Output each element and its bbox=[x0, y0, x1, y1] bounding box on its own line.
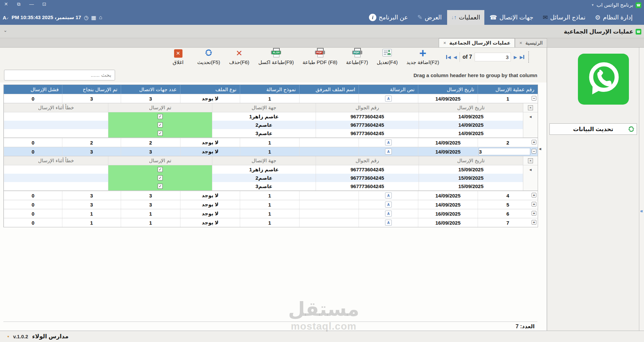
message-text-cell[interactable]: A bbox=[359, 209, 418, 218]
checkbox-checked-icon[interactable]: ✓ bbox=[158, 114, 163, 119]
detail-column-header[interactable]: جهة الإتصال bbox=[212, 103, 316, 112]
detail-row[interactable]: 15/09/2025967773604245عاصم2✓ bbox=[4, 174, 538, 182]
detail-column-header[interactable]: رقم الجوال bbox=[316, 156, 419, 165]
detail-column-header[interactable]: تم الإرسال bbox=[108, 103, 212, 112]
menu-item-عن البرنامج[interactable]: عن البرنامجi bbox=[365, 10, 412, 25]
toolbar-button-طباعة اكسل(F9)[interactable]: XLSXطباعة اكسل(F9) bbox=[258, 48, 294, 65]
table-row[interactable]: 7+16/09/2025A1لا يوجد110 bbox=[4, 218, 538, 227]
row-expand-button[interactable]: + bbox=[532, 140, 536, 145]
detail-close-icon[interactable]: ✕ bbox=[528, 105, 533, 110]
table-row[interactable]: 4+14/09/2025A1لا يوجد330 bbox=[4, 191, 538, 200]
table-row[interactable]: 3−14/09/2025A1لا يوجد330 bbox=[4, 147, 538, 156]
send-operation-id-cell[interactable]: 1− bbox=[478, 94, 538, 103]
toolbar-button-اضافة جديد(F2)[interactable]: +اضافة جديد(F2) bbox=[407, 48, 439, 65]
collapsed-panel-strip[interactable] bbox=[639, 48, 644, 331]
send-operation-id-cell[interactable]: 6+ bbox=[478, 209, 538, 218]
chevron-down-icon[interactable]: ⌄ bbox=[3, 27, 7, 33]
detail-column-header[interactable]: تاريخ الإرسال bbox=[419, 156, 523, 165]
column-header[interactable]: تاريخ الإرسال bbox=[418, 85, 478, 94]
row-expand-button[interactable]: + bbox=[532, 211, 536, 216]
menu-item-جهات الإتصال[interactable]: جهات الإتصال☎ bbox=[486, 10, 538, 25]
detail-column-header[interactable]: تاريخ الإرسال bbox=[419, 103, 523, 112]
menu-item-العمليات[interactable]: العمليات↑↓ bbox=[447, 10, 484, 25]
detail-column-header[interactable]: تم الإرسال bbox=[108, 156, 212, 165]
table-row[interactable]: 5+14/09/2025A1لا يوجد330 bbox=[4, 200, 538, 209]
row-id-editor[interactable]: 3 bbox=[479, 148, 530, 155]
column-header[interactable]: اسم الملف المرفق bbox=[299, 85, 359, 94]
checkbox-checked-icon[interactable]: ✓ bbox=[158, 175, 163, 180]
checkbox-checked-icon[interactable]: ✓ bbox=[158, 122, 163, 127]
toolbar-button-حذف(F6)[interactable]: ✕حذف(F6) bbox=[229, 48, 250, 65]
detail-row[interactable]: ◄14/09/2025967773604245عاصم زاهر1✓ bbox=[4, 112, 538, 121]
record-position-input[interactable] bbox=[475, 53, 511, 61]
detail-row[interactable]: 14/09/2025967773604245عاصم2✓ bbox=[4, 121, 538, 129]
home-icon[interactable]: ⌂ bbox=[99, 14, 102, 20]
checkbox-checked-icon[interactable]: ✓ bbox=[158, 184, 163, 189]
toolbar-button-طباعة(F7)[interactable]: PDFطباعة(F7) bbox=[346, 48, 368, 65]
detail-column-header[interactable]: خطأ أثناء الإرسال bbox=[4, 103, 108, 112]
toolbar-button-تحديث(F5)[interactable]: تحديث(F5) bbox=[197, 48, 220, 65]
send-operation-id-cell[interactable]: 7+ bbox=[478, 218, 538, 227]
tab-الرئيسية[interactable]: الرئيسية✕ bbox=[515, 38, 547, 47]
tab-close-icon[interactable]: ✕ bbox=[519, 41, 522, 45]
message-text-cell[interactable]: A bbox=[359, 200, 418, 209]
search-input[interactable] bbox=[4, 70, 115, 80]
last-record-button[interactable]: ▶ bbox=[520, 55, 524, 60]
message-text-cell[interactable]: A bbox=[359, 147, 418, 156]
next-record-button[interactable]: ▶ bbox=[514, 55, 517, 60]
row-expand-button[interactable]: − bbox=[532, 96, 536, 101]
chevron-down-icon[interactable]: ▾ bbox=[7, 335, 9, 338]
detail-row[interactable]: 14/09/2025967773604245عاصم3✓ bbox=[4, 129, 538, 137]
toolbar-button-طباعة PDF (F8)[interactable]: PDFطباعة PDF (F8) bbox=[303, 48, 337, 65]
column-header[interactable]: نص الرسالة bbox=[359, 85, 418, 94]
column-header[interactable]: نموذج الرسالة bbox=[240, 85, 299, 94]
tab-close-icon[interactable]: ✕ bbox=[443, 41, 446, 45]
message-text-cell[interactable]: A bbox=[359, 94, 418, 103]
pin-window-icon[interactable]: ⊡ bbox=[40, 1, 48, 7]
column-header[interactable]: نوع الملف bbox=[180, 85, 240, 94]
menu-item-إدارة النظام[interactable]: إدارة النظام⚙ bbox=[591, 10, 637, 25]
calculator-icon[interactable]: ▦ bbox=[91, 14, 96, 21]
message-text-cell[interactable]: A bbox=[359, 218, 418, 227]
language-icon[interactable]: A✓ bbox=[3, 15, 9, 20]
table-row[interactable]: 6+16/09/2025A1لا يوجد110 bbox=[4, 209, 538, 218]
table-row[interactable]: 1−14/09/2025A1لا يوجد330 bbox=[4, 94, 538, 103]
table-row[interactable]: 2+14/09/2025A1لا يوجد220 bbox=[4, 138, 538, 147]
send-operation-id-cell[interactable]: 4+ bbox=[478, 191, 538, 200]
chevron-down-icon[interactable]: ▼ bbox=[591, 3, 594, 7]
send-operation-id-cell[interactable]: 2+ bbox=[478, 138, 538, 147]
message-text-cell[interactable]: A bbox=[359, 138, 418, 147]
column-header[interactable]: رقم عملية الإرسال bbox=[478, 85, 538, 94]
row-expand-button[interactable]: + bbox=[532, 193, 536, 197]
toolbar-grip[interactable] bbox=[528, 51, 530, 63]
menu-item-العرض[interactable]: العرض✎ bbox=[413, 10, 446, 25]
expand-panel-icon[interactable]: « bbox=[639, 208, 644, 214]
row-expand-button[interactable]: − bbox=[532, 149, 536, 154]
detail-close-icon[interactable]: ✕ bbox=[528, 158, 533, 163]
toolbar-button-اغلاق[interactable]: ✕اغلاق bbox=[168, 48, 189, 65]
column-header[interactable]: عدد جهات الاتصال bbox=[121, 85, 180, 94]
toolbar-button-تعديل(F4)[interactable]: تعديل(F4) bbox=[377, 48, 397, 65]
tab-عمليات الإرسال الجماعية[interactable]: عمليات الإرسال الجماعية✕ bbox=[439, 38, 515, 47]
send-operation-id-cell[interactable]: 5+ bbox=[478, 200, 538, 209]
minimize-icon[interactable]: — bbox=[28, 1, 36, 7]
detail-column-header[interactable]: رقم الجوال bbox=[316, 103, 419, 112]
detail-row[interactable]: ◄15/09/2025967773604245عاصم زاهر1✓ bbox=[4, 165, 538, 174]
column-header[interactable]: فشل الإرسال bbox=[4, 85, 62, 94]
checkbox-checked-icon[interactable]: ✓ bbox=[158, 131, 163, 136]
message-text-cell[interactable]: A bbox=[359, 191, 418, 200]
first-record-button[interactable]: ◀ bbox=[446, 55, 451, 60]
send-operation-id-cell[interactable]: 3− bbox=[478, 147, 538, 156]
detail-column-header[interactable]: جهة الإتصال bbox=[212, 156, 316, 165]
detail-column-header[interactable]: خطأ أثناء الإرسال bbox=[4, 156, 108, 165]
menu-item-نماذج الرسائل[interactable]: نماذج الرسائل✉ bbox=[539, 10, 589, 25]
column-header[interactable]: تم الإرسال بنجاح bbox=[62, 85, 121, 94]
restore-icon[interactable]: ⧉ bbox=[15, 1, 23, 7]
row-expand-button[interactable]: + bbox=[532, 202, 536, 207]
previous-record-button[interactable]: ◀ bbox=[453, 55, 457, 60]
checkbox-checked-icon[interactable]: ✓ bbox=[158, 167, 163, 172]
refresh-data-button[interactable]: تحديث البيانات bbox=[549, 123, 637, 135]
detail-row[interactable]: 15/09/2025967773604245عاصم3✓ bbox=[4, 182, 538, 190]
row-expand-button[interactable]: + bbox=[532, 220, 536, 225]
close-icon[interactable]: ✕ bbox=[2, 1, 10, 7]
